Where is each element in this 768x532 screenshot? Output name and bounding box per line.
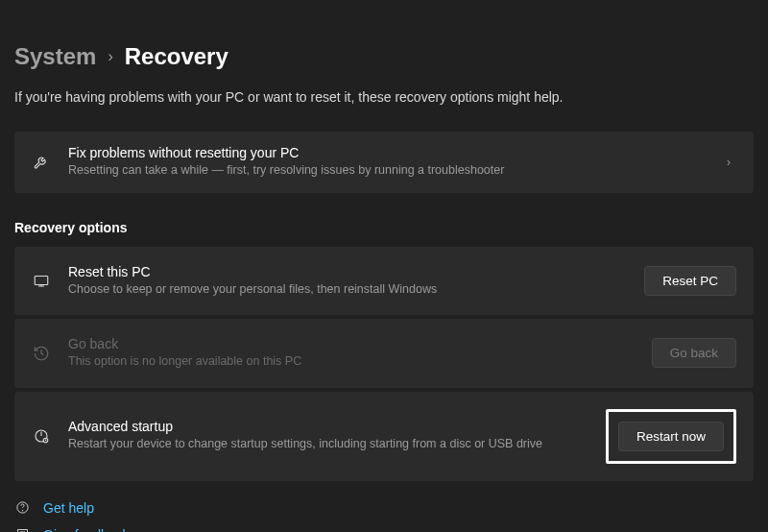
advanced-startup-title: Advanced startup [68,419,588,434]
breadcrumb: System › Recovery [14,43,754,70]
troubleshoot-content: Fix problems without resetting your PC R… [68,145,709,180]
go-back-title: Go back [68,336,635,351]
get-help-link[interactable]: Get help [14,500,754,516]
chevron-right-icon: › [108,48,112,65]
breadcrumb-parent[interactable]: System [14,43,96,70]
reset-pc-button[interactable]: Reset PC [644,266,736,296]
footer-links: Get help Give feedback [14,500,754,533]
give-feedback-link[interactable]: Give feedback [14,527,754,533]
restart-now-button[interactable]: Restart now [618,422,724,451]
reset-pc-title: Reset this PC [68,264,627,279]
troubleshoot-card[interactable]: Fix problems without resetting your PC R… [14,132,754,193]
reset-pc-icon [32,271,51,290]
feedback-icon [14,527,30,532]
wrench-icon [32,153,51,172]
go-back-subtitle: This option is no longer available on th… [68,353,635,371]
reset-pc-subtitle: Choose to keep or remove your personal f… [68,281,627,299]
power-settings-icon [32,426,51,446]
troubleshoot-title: Fix problems without resetting your PC [68,145,709,160]
restart-now-highlight: Restart now [606,409,736,464]
breadcrumb-current: Recovery [125,43,228,70]
help-icon [14,500,30,515]
give-feedback-label: Give feedback [43,527,130,533]
reset-pc-content: Reset this PC Choose to keep or remove y… [68,264,627,299]
get-help-label: Get help [43,500,94,516]
intro-text: If you're having problems with your PC o… [14,89,754,105]
go-back-content: Go back This option is no longer availab… [68,336,635,371]
go-back-card: Go back This option is no longer availab… [14,319,754,388]
recovery-options-header: Recovery options [14,220,754,235]
troubleshoot-subtitle: Resetting can take a while — first, try … [68,162,709,180]
chevron-right-icon: › [727,156,731,169]
history-icon [32,344,51,363]
advanced-startup-card: Advanced startup Restart your device to … [14,392,754,481]
reset-pc-card: Reset this PC Choose to keep or remove y… [14,247,754,316]
advanced-startup-subtitle: Restart your device to change startup se… [68,436,588,453]
svg-point-4 [22,510,23,511]
go-back-button: Go back [652,338,736,368]
svg-rect-0 [35,277,48,285]
advanced-startup-content: Advanced startup Restart your device to … [68,419,588,453]
